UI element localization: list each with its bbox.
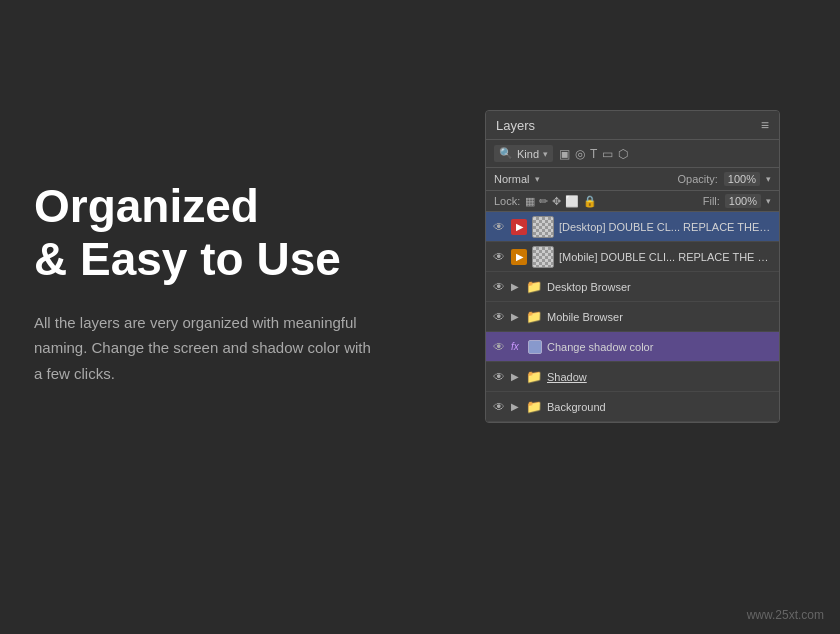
visibility-icon[interactable]: 👁 (492, 310, 506, 324)
checker-pattern (533, 247, 553, 267)
lock-move-icon[interactable]: ✥ (552, 195, 561, 208)
table-row[interactable]: 👁 ▶ [Desktop] DOUBLE CL... REPLACE THE D… (486, 212, 779, 242)
layer-name: Shadow (547, 371, 773, 383)
layers-menu-icon[interactable]: ≡ (761, 117, 769, 133)
pixel-filter-icon[interactable]: ▣ (559, 147, 570, 161)
visibility-icon[interactable]: 👁 (492, 400, 506, 414)
lock-artboard-icon[interactable]: ⬜ (565, 195, 579, 208)
layers-list: 👁 ▶ [Desktop] DOUBLE CL... REPLACE THE D… (486, 212, 779, 422)
fill-label: Fill: (703, 195, 720, 207)
layer-thumbnail (532, 216, 554, 238)
table-row[interactable]: 👁 fx Change shadow color (486, 332, 779, 362)
kind-dropdown-arrow: ▾ (543, 149, 548, 159)
layer-name: Desktop Browser (547, 281, 773, 293)
shape-filter-icon[interactable]: ▭ (602, 147, 613, 161)
layer-name: [Desktop] DOUBLE CL... REPLACE THE DESIG… (559, 221, 773, 233)
kind-label: Kind (517, 148, 539, 160)
layer-name: Background (547, 401, 773, 413)
layers-kind-toolbar: 🔍 Kind ▾ ▣ ◎ T ▭ ⬡ (486, 140, 779, 168)
color-swatch (528, 340, 542, 354)
table-row[interactable]: 👁 ▶ [Mobile] DOUBLE CLI... REPLACE THE D… (486, 242, 779, 272)
lock-pixels-icon[interactable]: ▦ (525, 195, 535, 208)
left-section: Organized & Easy to Use All the layers a… (34, 180, 414, 386)
visibility-icon[interactable]: 👁 (492, 250, 506, 264)
visibility-icon[interactable]: 👁 (492, 280, 506, 294)
table-row[interactable]: 👁 ▶ 📁 Background (486, 392, 779, 422)
layers-panel-title: Layers (496, 118, 535, 133)
layers-panel: Layers ≡ 🔍 Kind ▾ ▣ ◎ T ▭ ⬡ Normal ▾ Opa… (485, 110, 780, 423)
layer-thumbnail (532, 246, 554, 268)
table-row[interactable]: 👁 ▶ 📁 Shadow (486, 362, 779, 392)
expand-arrow-icon[interactable]: ▶ (511, 311, 521, 322)
type-filter-icon[interactable]: T (590, 147, 597, 161)
heading-line2: & Easy to Use (34, 233, 341, 285)
description-text: All the layers are very organized with m… (34, 310, 374, 387)
expand-arrow-icon[interactable]: ▶ (511, 371, 521, 382)
lock-fill-row: Lock: ▦ ✏ ✥ ⬜ 🔒 Fill: 100% ▾ (486, 191, 779, 212)
smart-filter-icon[interactable]: ⬡ (618, 147, 628, 161)
adjustment-filter-icon[interactable]: ◎ (575, 147, 585, 161)
opacity-arrow[interactable]: ▾ (766, 174, 771, 184)
filter-icons: ▣ ◎ T ▭ ⬡ (559, 147, 628, 161)
watermark: www.25xt.com (747, 608, 824, 622)
visibility-icon[interactable]: 👁 (492, 220, 506, 234)
expand-arrow-icon[interactable]: ▶ (511, 401, 521, 412)
main-heading: Organized & Easy to Use (34, 180, 414, 286)
lock-draw-icon[interactable]: ✏ (539, 195, 548, 208)
fill-value[interactable]: 100% (725, 194, 761, 208)
table-row[interactable]: 👁 ▶ 📁 Desktop Browser (486, 272, 779, 302)
lock-all-icon[interactable]: 🔒 (583, 195, 597, 208)
fx-icon: fx (511, 341, 523, 352)
folder-icon: 📁 (526, 279, 542, 294)
table-row[interactable]: 👁 ▶ 📁 Mobile Browser (486, 302, 779, 332)
watermark-text: www.25xt.com (747, 608, 824, 622)
visibility-icon[interactable]: 👁 (492, 340, 506, 354)
fill-arrow[interactable]: ▾ (766, 196, 771, 206)
layers-titlebar: Layers ≡ (486, 111, 779, 140)
heading-line1: Organized (34, 180, 259, 232)
folder-icon: 📁 (526, 399, 542, 414)
folder-icon: 📁 (526, 369, 542, 384)
lock-label: Lock: (494, 195, 520, 207)
layer-name: Mobile Browser (547, 311, 773, 323)
blend-mode-arrow[interactable]: ▾ (535, 174, 540, 184)
layer-badge-orange: ▶ (511, 249, 527, 265)
opacity-value[interactable]: 100% (724, 172, 760, 186)
opacity-label: Opacity: (678, 173, 718, 185)
expand-arrow-icon[interactable]: ▶ (511, 281, 521, 292)
checker-pattern (533, 217, 553, 237)
blend-opacity-row: Normal ▾ Opacity: 100% ▾ (486, 168, 779, 191)
lock-icons-group: ▦ ✏ ✥ ⬜ 🔒 (525, 195, 597, 208)
kind-selector[interactable]: 🔍 Kind ▾ (494, 145, 553, 162)
visibility-icon[interactable]: 👁 (492, 370, 506, 384)
search-icon: 🔍 (499, 147, 513, 160)
layer-name: Change shadow color (547, 341, 773, 353)
layer-badge-red: ▶ (511, 219, 527, 235)
blend-mode-value: Normal (494, 173, 529, 185)
folder-icon: 📁 (526, 309, 542, 324)
layer-name: [Mobile] DOUBLE CLI... REPLACE THE DESIG… (559, 251, 773, 263)
